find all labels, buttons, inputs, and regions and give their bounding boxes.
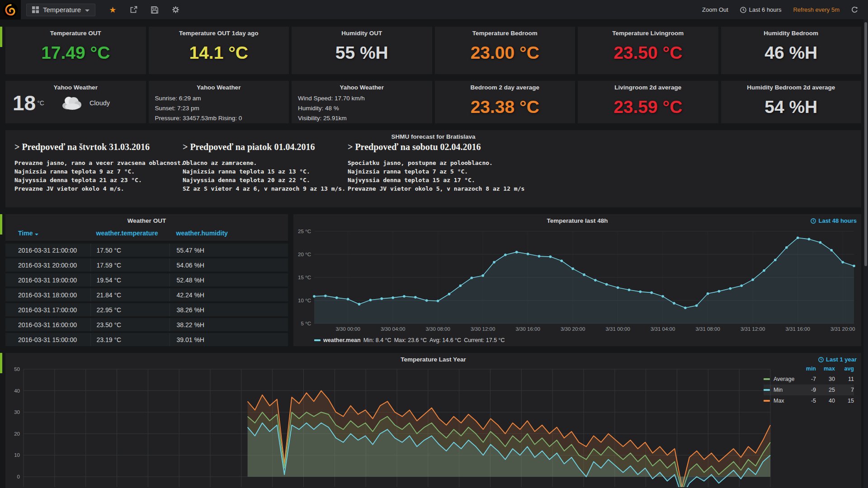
stat-panel: Temperature Livingroom23.50 °C — [578, 27, 718, 74]
svg-text:20 °C: 20 °C — [298, 252, 311, 257]
zoom-out-label: Zoom Out — [702, 6, 728, 13]
series-name[interactable]: Min — [774, 387, 797, 393]
refresh-icon[interactable] — [851, 6, 858, 13]
panel-title[interactable]: SHMU forecast for Bratislava — [5, 130, 861, 140]
svg-text:3/31 00:00: 3/31 00:00 — [605, 326, 630, 332]
star-icon[interactable]: ★ — [109, 6, 116, 14]
table-row: 2016-03-31 21:00:0017.50 °C55.47 %H — [5, 242, 288, 257]
legend-column-header[interactable]: max — [816, 366, 835, 372]
series-name[interactable]: Average — [774, 376, 797, 382]
temperature-last-year-chart[interactable]: 50403020100 — [5, 363, 861, 487]
dashboard-picker[interactable]: Temperature — [26, 4, 95, 16]
grafana-logo[interactable] — [0, 0, 21, 19]
panel-title[interactable]: Temperature last 48h — [293, 214, 861, 224]
series-name[interactable]: weather.mean — [323, 337, 361, 343]
stat-value: 23.00 °C — [435, 43, 576, 63]
time-range-badge[interactable]: Last 1 year — [818, 356, 857, 363]
yahoo-detail-lines: Sunrise: 6:29 amSunset: 7:23 pmPressure:… — [149, 91, 289, 123]
panel-title[interactable]: Livingroom 2d average — [578, 81, 718, 91]
time-range-picker[interactable]: Last 6 hours — [740, 6, 782, 13]
panel-title[interactable]: Weather OUT — [5, 214, 288, 224]
refresh-interval-button[interactable]: Refresh every 5m — [793, 6, 840, 13]
forecast-heading: > Predpoveď na sobotu 02.04.2016 — [348, 142, 524, 152]
legend-column-header[interactable]: min — [797, 366, 816, 372]
cell-humidity: 38.22 %H — [170, 318, 288, 331]
legend-series-row: Average-73011 — [764, 374, 854, 385]
cell-temperature: 17.59 °C — [90, 258, 170, 272]
time-range-label: Last 6 hours — [749, 6, 782, 13]
yahoo-current-content: 18°CCloudy — [5, 91, 146, 113]
panel-title[interactable]: Yahoo Weather — [149, 81, 289, 91]
detail-line: Visibility: 25.91km — [298, 113, 432, 123]
series-swatch[interactable] — [764, 400, 770, 402]
forecast-line: Najnizsia ranna teplota 7 az 5 °C. — [348, 167, 524, 176]
column-header-humidity[interactable]: weather.humidity — [170, 225, 288, 241]
forecast-line: Oblacno az zamracene. — [183, 159, 345, 167]
cell-time: 2016-03-31 20:00:00 — [5, 262, 90, 269]
gear-icon[interactable] — [172, 6, 179, 14]
column-header-temperature[interactable]: weather.temperature — [90, 225, 170, 241]
yahoo-detail-lines: Wind Speed: 17.70 km/hHumidity: 48 %Visi… — [292, 91, 432, 123]
table-row: 2016-03-31 19:00:0019.54 °C52.48 %H — [5, 272, 288, 286]
svg-text:3/30 12:00: 3/30 12:00 — [471, 326, 495, 332]
series-swatch[interactable] — [764, 389, 770, 391]
detail-line: Humidity: 48 % — [298, 103, 432, 113]
temperature-year-panel: Temperature Last Year Last 1 year 504030… — [5, 353, 861, 488]
time-range-badge[interactable]: Last 48 hours — [811, 217, 857, 224]
badge-label: Last 48 hours — [818, 217, 857, 224]
series-swatch[interactable] — [314, 339, 321, 341]
column-header-time[interactable]: Time — [5, 230, 90, 237]
cloud-icon — [60, 94, 83, 112]
forecast-line: Najnizsia ranna teplota 9 az 7 °C. — [14, 167, 184, 176]
table-row: 2016-03-31 20:00:0017.59 °C54.06 %H — [5, 257, 288, 272]
svg-text:5 °C: 5 °C — [301, 321, 311, 326]
stat-panel: Bedroom 2 day average23.38 °C — [435, 81, 576, 123]
zoom-out-button[interactable]: Zoom Out — [702, 6, 728, 13]
share-icon[interactable] — [130, 6, 137, 14]
series-name[interactable]: Max — [774, 398, 797, 404]
scrollbar-track[interactable] — [863, 19, 868, 488]
series-swatch[interactable] — [764, 378, 770, 380]
panel-title[interactable]: Humidity Bedroom 2d average — [721, 81, 862, 91]
legend-column-header[interactable]: avg — [835, 366, 854, 372]
forecast-line: Najvyssia denna teplota 20 az 22 °C. — [183, 176, 345, 184]
table-row: 2016-03-31 17:00:0022.95 °C38.26 %H — [5, 301, 288, 316]
panel-title[interactable]: Temperature Livingroom — [578, 27, 718, 37]
panel-title[interactable]: Temperature OUT 1day ago — [149, 27, 289, 37]
legend-value: -9 — [797, 387, 816, 393]
graph-legend-table: minmaxavgAverage-73011Min-9257Max-54015 — [764, 364, 854, 406]
legend-value: -7 — [797, 376, 816, 382]
svg-text:40: 40 — [14, 388, 20, 394]
stat-value: 23.50 °C — [578, 43, 718, 63]
forecast-line: Prevazne jasno, rano a vecer zvacsena ob… — [14, 159, 184, 167]
svg-text:50: 50 — [14, 366, 20, 372]
table-row: 2016-03-31 16:00:0023.50 °C38.22 %H — [5, 316, 288, 331]
panel-title[interactable]: Temperature Bedroom — [435, 27, 576, 37]
detail-line: Wind Speed: 17.70 km/h — [298, 94, 432, 103]
panel-title[interactable]: Yahoo Weather — [292, 81, 432, 91]
scrollbar-thumb[interactable] — [864, 22, 867, 266]
forecast-line: Najvyssia denna teplota 21 az 23 °C. — [14, 176, 184, 184]
forecast-column: > Predpoveď na sobotu 02.04.2016Spociatk… — [348, 142, 524, 193]
cell-temperature: 17.50 °C — [90, 244, 170, 257]
panel-title[interactable]: Temperature Last Year — [5, 353, 861, 363]
cell-time: 2016-03-31 19:00:00 — [5, 277, 90, 284]
stat-panel: Humidity Bedroom46 %H — [721, 27, 862, 74]
table-row: 2016-03-31 18:00:0021.84 °C42.24 %H — [5, 286, 288, 301]
panel-title[interactable]: Humidity OUT — [292, 27, 432, 37]
sort-caret-icon — [35, 234, 38, 235]
panel-title[interactable]: Humidity Bedroom — [721, 27, 862, 37]
graph-legend: weather.meanMin: 8.4 °CMax: 23.6 °CAvg: … — [314, 337, 505, 343]
cell-humidity: 55.47 %H — [170, 244, 288, 257]
stat-value: 23.38 °C — [435, 97, 576, 117]
cell-temperature: 23.19 °C — [90, 333, 170, 346]
temperature-last-48h-chart[interactable]: 3/30 00:003/30 04:003/30 08:003/30 12:00… — [293, 225, 861, 333]
forecast-column: > Predpoveď na štvrtok 31.03.2016Prevazn… — [14, 142, 184, 193]
panel-title[interactable]: Temperature OUT — [5, 27, 146, 37]
panel-title[interactable]: Yahoo Weather — [5, 81, 146, 91]
legend-value: 11 — [835, 376, 854, 382]
save-icon[interactable] — [151, 6, 158, 14]
panel-title[interactable]: Bedroom 2 day average — [435, 81, 576, 91]
cell-time: 2016-03-31 16:00:00 — [5, 321, 90, 328]
grafana-logo-icon — [3, 2, 18, 18]
